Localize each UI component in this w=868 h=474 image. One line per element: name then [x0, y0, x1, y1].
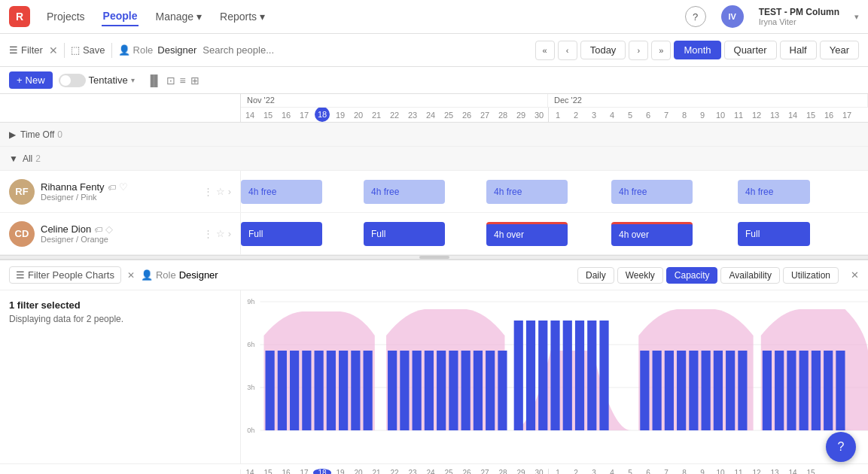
toggle-track[interactable] [59, 74, 86, 87]
person-details: Celine Dion 🏷 ◇ Designer / Orange [41, 223, 197, 244]
group-count: 0 [57, 129, 62, 140]
new-button[interactable]: + New [9, 71, 53, 89]
capacity-chart: 9h 6h 3h 0h [241, 290, 868, 463]
filter-button[interactable]: ☰ Filter [9, 44, 43, 56]
half-view-button[interactable]: Half [780, 41, 817, 59]
svg-rect-17 [388, 351, 397, 430]
allocation-bar[interactable]: 4h over [611, 222, 693, 246]
chevron-down-icon[interactable]: ▾ [131, 76, 135, 84]
app-logo[interactable]: R [9, 6, 30, 27]
avatar[interactable]: IV [721, 5, 744, 28]
allocation-bar[interactable]: 4h free [241, 180, 322, 204]
chevron-right-icon[interactable]: › [228, 186, 231, 197]
toggle-thumb [60, 75, 71, 86]
nov-month-label: Nov '22 [241, 94, 548, 107]
bottom-day-row: 14 15 16 17 18 19 20 21 22 23 24 25 26 2… [241, 469, 868, 474]
chart-role-filter[interactable]: 👤 Role Designer [141, 269, 218, 281]
today-button[interactable]: Today [580, 41, 626, 59]
more-icon[interactable]: ⋮ [203, 186, 213, 197]
quarter-view-button[interactable]: Quarter [724, 41, 777, 59]
svg-rect-46 [787, 351, 796, 430]
svg-rect-16 [364, 351, 373, 430]
allocation-bar[interactable]: 4h free [364, 180, 445, 204]
person-actions: ⋮ ☆ › [203, 186, 231, 197]
filter-charts-button[interactable]: ☰ Filter People Charts [9, 266, 121, 284]
search-input[interactable] [203, 44, 528, 56]
list-view-icon[interactable]: ≡ [180, 74, 186, 87]
svg-rect-38 [677, 351, 686, 430]
allocation-bar[interactable]: 4h free [738, 180, 810, 204]
avatar: CD [9, 221, 35, 247]
chevron-down-icon: ▾ [260, 11, 265, 23]
nav-people[interactable]: People [102, 7, 139, 26]
availability-button[interactable]: Availability [720, 267, 779, 284]
all-group-header[interactable]: ▼ All 2 [0, 147, 868, 171]
star-icon[interactable]: ☆ [216, 228, 225, 239]
save-icon: ⬚ [71, 44, 80, 56]
view-icons: ▐▌ ⊡ ≡ ⊞ [147, 74, 199, 87]
avatar: RF [9, 179, 35, 205]
card-view-icon[interactable]: ⊡ [166, 74, 175, 87]
allocation-bar[interactable]: Full [364, 222, 445, 246]
nav-projects[interactable]: Projects [45, 8, 87, 26]
person-icon: 👤 [118, 44, 130, 56]
next-button[interactable]: › [629, 41, 648, 60]
svg-rect-37 [665, 351, 674, 430]
today-marker: 18 [315, 108, 330, 122]
svg-rect-10 [290, 351, 299, 430]
svg-rect-21 [437, 351, 446, 430]
tentative-toggle[interactable]: Tentative ▾ [59, 74, 135, 87]
weekly-button[interactable]: Weekly [617, 267, 663, 284]
svg-rect-23 [461, 351, 471, 430]
svg-rect-18 [400, 351, 409, 430]
top-nav: R Projects People Manage ▾ Reports ▾ ? I… [0, 0, 868, 34]
displaying-text: Displaying data for 2 people. [9, 314, 231, 324]
filter-icon: ☰ [16, 269, 25, 281]
star-icon[interactable]: ☆ [216, 186, 225, 197]
charts-filter-bar: ☰ Filter People Charts ✕ 👤 Role Designer… [0, 260, 868, 290]
capacity-button[interactable]: Capacity [666, 267, 718, 284]
help-fab[interactable]: ? [826, 432, 856, 462]
divider [64, 43, 65, 58]
chevron-right-icon: ▶ [9, 129, 16, 140]
content-area: ▶ Time Off 0 ▼ All 2 RF Rihanna Fenty 🏷 … [0, 123, 868, 255]
first-page-button[interactable]: « [535, 41, 555, 60]
prev-button[interactable]: ‹ [558, 41, 577, 60]
time-off-group-header[interactable]: ▶ Time Off 0 [0, 123, 868, 147]
nav-reports[interactable]: Reports ▾ [218, 8, 266, 26]
scroll-thumb[interactable] [419, 256, 449, 259]
allocation-bar[interactable]: 4h free [486, 180, 568, 204]
more-icon[interactable]: ⋮ [203, 228, 213, 239]
help-button[interactable]: ? [685, 6, 706, 27]
chevron-down-icon: ▼ [9, 153, 18, 164]
allocation-bar[interactable]: Full [241, 222, 322, 246]
svg-text:9h: 9h [247, 298, 254, 305]
daily-button[interactable]: Daily [577, 267, 614, 284]
close-charts-button[interactable]: ✕ [851, 269, 859, 281]
svg-rect-11 [302, 351, 311, 430]
svg-text:0h: 0h [247, 427, 254, 434]
nav-controls: « ‹ Today › » Month Quarter Half Year [535, 41, 859, 60]
chevron-down-icon[interactable]: ▾ [854, 12, 859, 22]
year-view-button[interactable]: Year [820, 41, 859, 59]
svg-rect-22 [449, 351, 458, 430]
person-role: Designer / Pink [41, 193, 197, 202]
allocation-bar[interactable]: Full [738, 222, 810, 246]
allocation-bar[interactable]: 4h free [611, 180, 693, 204]
group-view-icon[interactable]: ⊞ [190, 74, 199, 87]
chart-view-buttons: Daily Weekly Capacity Availability Utili… [577, 267, 839, 284]
utilization-button[interactable]: Utilization [783, 267, 839, 284]
clear-filter-button[interactable]: ✕ [49, 44, 58, 56]
bar-chart-icon[interactable]: ▐▌ [147, 74, 162, 87]
last-page-button[interactable]: » [651, 41, 671, 60]
allocation-bar[interactable]: 4h over [486, 222, 568, 246]
tag-icon: 🏷 [94, 225, 102, 234]
role-filter[interactable]: 👤 Role Designer [118, 44, 197, 56]
nav-manage[interactable]: Manage ▾ [154, 8, 203, 26]
chevron-right-icon[interactable]: › [228, 228, 231, 239]
month-view-button[interactable]: Month [674, 41, 720, 59]
close-filter-button[interactable]: ✕ [127, 270, 135, 281]
group-label: All [23, 153, 32, 164]
save-button[interactable]: ⬚ Save [71, 44, 105, 56]
divider [111, 43, 112, 58]
